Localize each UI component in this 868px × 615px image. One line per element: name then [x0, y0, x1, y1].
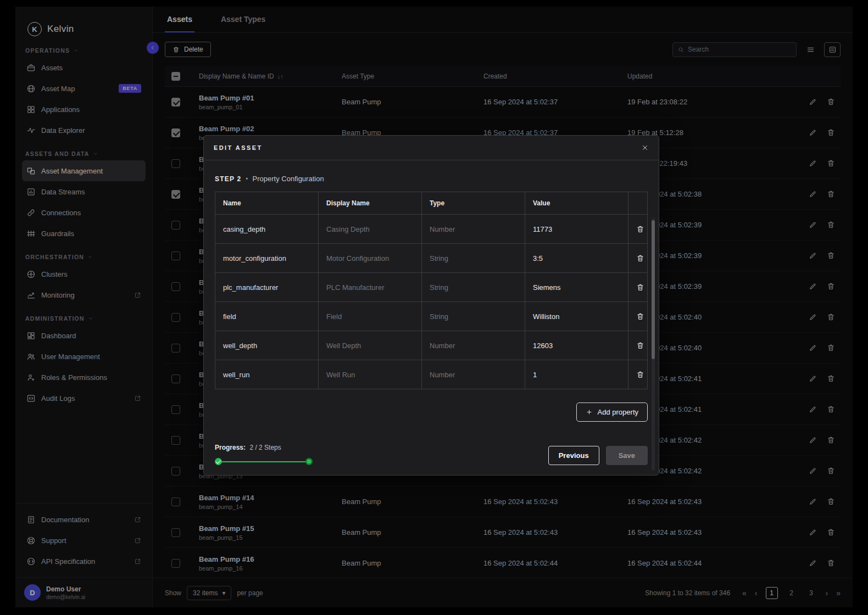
property-value-field[interactable]: Siemens	[525, 273, 628, 301]
property-name-field[interactable]: casing_depth	[215, 215, 319, 243]
progress-line	[218, 461, 309, 462]
step-name: Property Configuration	[253, 175, 324, 183]
property-row: well_depth Well Depth Number 12603	[215, 331, 647, 360]
property-name-field[interactable]: field	[215, 302, 319, 331]
modal-header: EDIT ASSET	[204, 136, 659, 160]
add-property-button[interactable]: Add property	[576, 402, 648, 422]
modal-scrollbar-thumb[interactable]	[652, 220, 655, 359]
property-value-field[interactable]: 3:5	[525, 244, 628, 272]
app-window: K Kelvin OPERATIONS Assets Asset Map BET…	[15, 7, 853, 607]
property-table-body: casing_depth Casing Depth Number 11773 m…	[215, 215, 647, 389]
modal-footer: Progress: 2 / 2 Steps Previous Save	[204, 444, 659, 475]
property-display-name-field[interactable]: Well Depth	[319, 331, 422, 360]
step-1-dot	[215, 458, 222, 465]
property-name-field[interactable]: motor_configuration	[215, 244, 319, 272]
property-value-field[interactable]: 11773	[525, 215, 628, 243]
delete-property-icon[interactable]	[636, 283, 644, 292]
property-row: motor_configuration Motor Configuration …	[215, 244, 647, 273]
step-bullet: •	[246, 175, 248, 183]
property-row: well_run Well Run Number 1	[215, 360, 647, 389]
delete-property-icon[interactable]	[636, 312, 644, 321]
modal-title: EDIT ASSET	[214, 144, 263, 151]
property-type-field[interactable]: Number	[422, 360, 525, 389]
screen: K Kelvin OPERATIONS Assets Asset Map BET…	[0, 0, 868, 615]
property-table-header: Name Display Name Type Value	[215, 192, 647, 215]
add-property-label: Add property	[598, 408, 638, 416]
step-indicator: STEP 2 • Property Configuration	[204, 160, 659, 192]
delete-property-icon[interactable]	[636, 342, 644, 350]
progress-label: Progress:	[215, 444, 246, 451]
property-type-field[interactable]: String	[422, 302, 525, 331]
property-row: field Field String Williston	[215, 302, 647, 331]
property-value-field[interactable]: 12603	[525, 331, 628, 360]
progress-bar	[215, 458, 313, 465]
property-display-name-field[interactable]: Well Run	[319, 360, 422, 389]
delete-property-icon[interactable]	[636, 254, 644, 262]
modal-buttons: Previous Save	[548, 446, 648, 465]
property-header-actions	[628, 192, 647, 214]
property-row: casing_depth Casing Depth Number 11773	[215, 215, 647, 244]
property-table: Name Display Name Type Value casing_dept…	[215, 192, 648, 389]
property-row: plc_manufacturer PLC Manufacturer String…	[215, 273, 647, 302]
close-icon[interactable]	[641, 144, 649, 152]
plus-icon	[586, 409, 593, 416]
property-name-field[interactable]: plc_manufacturer	[215, 273, 319, 301]
progress-value: 2 / 2 Steps	[249, 444, 281, 451]
property-type-field[interactable]: Number	[422, 331, 525, 360]
property-display-name-field[interactable]: Field	[319, 302, 422, 331]
edit-asset-modal: EDIT ASSET STEP 2 • Property Configurati…	[203, 135, 659, 476]
property-header-display-name: Display Name	[319, 192, 422, 214]
property-name-field[interactable]: well_run	[215, 360, 319, 389]
property-header-value: Value	[525, 192, 628, 214]
property-display-name-field[interactable]: Casing Depth	[319, 215, 422, 243]
step-2-dot	[305, 458, 313, 465]
progress-block: Progress: 2 / 2 Steps	[215, 444, 313, 465]
add-property-row: Add property	[215, 402, 648, 422]
property-type-field[interactable]: Number	[422, 215, 525, 243]
property-header-name: Name	[215, 192, 319, 214]
previous-button[interactable]: Previous	[548, 446, 599, 465]
property-type-field[interactable]: String	[422, 244, 525, 272]
save-button[interactable]: Save	[606, 446, 648, 465]
property-value-field[interactable]: Williston	[525, 302, 628, 331]
property-value-field[interactable]: 1	[525, 360, 628, 389]
step-label: STEP 2	[215, 175, 241, 183]
property-display-name-field[interactable]: Motor Configuration	[319, 244, 422, 272]
property-header-type: Type	[422, 192, 525, 214]
property-display-name-field[interactable]: PLC Manufacturer	[319, 273, 422, 301]
property-name-field[interactable]: well_depth	[215, 331, 319, 360]
delete-property-icon[interactable]	[636, 225, 644, 233]
property-type-field[interactable]: String	[422, 273, 525, 301]
delete-property-icon[interactable]	[636, 371, 644, 379]
